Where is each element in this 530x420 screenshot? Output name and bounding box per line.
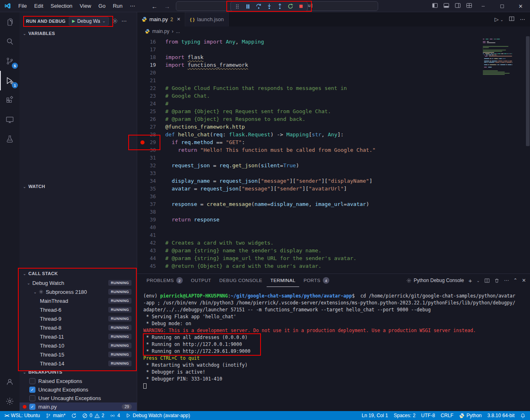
- code-line-34[interactable]: 34 display_name = request_json["message"…: [137, 177, 530, 185]
- gutter-line-17[interactable]: 17: [137, 46, 165, 53]
- breakpoint-checkbox[interactable]: [29, 395, 35, 401]
- step-out-icon[interactable]: [276, 3, 283, 10]
- minimap[interactable]: [483, 39, 514, 75]
- code-line-18[interactable]: 18import flask: [137, 53, 530, 61]
- sidebar-item-testing[interactable]: [0, 129, 20, 149]
- status-interpreter[interactable]: 3.8.10 64-bit: [484, 411, 517, 420]
- breakpoint-item-user-uncaught-exceptions[interactable]: User Uncaught Exceptions: [20, 394, 137, 402]
- gutter-line-30[interactable]: 30: [137, 146, 165, 154]
- gutter-line-39[interactable]: 39: [137, 216, 165, 223]
- tab-main-py[interactable]: main.py 2 ✕: [137, 12, 185, 26]
- breakpoint-checkbox[interactable]: ✓: [29, 404, 35, 410]
- panel-tab-debug-console[interactable]: DEBUG CONSOLE: [216, 274, 266, 287]
- gutter-line-24[interactable]: 24: [137, 100, 165, 107]
- customize-layout-icon[interactable]: [466, 2, 472, 10]
- code-line-43[interactable]: 43# @param {string} name the sender's di…: [137, 247, 530, 254]
- gutter-line-31[interactable]: 31: [137, 154, 165, 162]
- call-stack-item-thread-10[interactable]: Thread-10RUNNING: [20, 341, 137, 350]
- code-line-25[interactable]: 25# @param {Object} req Request sent fro…: [137, 107, 530, 115]
- breadcrumb-file[interactable]: main.py: [152, 28, 169, 34]
- gutter-line-25[interactable]: 25: [137, 107, 165, 115]
- gutter-line-43[interactable]: 43: [137, 247, 165, 254]
- editor-scrollbar[interactable]: [525, 36, 530, 273]
- menu-go[interactable]: Go: [95, 0, 109, 12]
- gutter-line-36[interactable]: 36: [137, 192, 165, 200]
- gutter-line-28[interactable]: 28: [137, 131, 165, 138]
- gutter-line-23[interactable]: 23: [137, 92, 165, 100]
- panel-tab-ports[interactable]: PORTS4: [300, 274, 333, 287]
- code-line-41[interactable]: 41: [137, 231, 530, 239]
- toggle-secondary-sidebar-icon[interactable]: [455, 2, 461, 10]
- editor-more-actions-icon[interactable]: ⋯: [520, 16, 525, 22]
- gutter-line-40[interactable]: 40: [137, 223, 165, 231]
- menu-view[interactable]: View: [76, 0, 95, 12]
- terminal-output[interactable]: (env) pierrick@LAPTOP-HKU5PNNG:~/git/goo…: [143, 293, 528, 409]
- close-window-icon[interactable]: ✕: [511, 0, 530, 12]
- menu-run[interactable]: Run: [109, 0, 126, 12]
- maximize-panel-icon[interactable]: ⌃: [513, 278, 517, 283]
- status-git-branch[interactable]: main*: [43, 411, 68, 420]
- breakpoint-dot[interactable]: [140, 140, 145, 144]
- breakpoint-checkbox[interactable]: ✓: [29, 387, 35, 393]
- sidebar-more-actions-icon[interactable]: ⋯: [121, 18, 127, 24]
- back-arrow-icon[interactable]: ←: [151, 3, 158, 10]
- code-line-16[interactable]: 16from typing import Any, Mapping: [137, 38, 530, 46]
- status-debug-session[interactable]: Debug Watch (avatar-app): [123, 411, 193, 420]
- gutter-line-29[interactable]: 29: [137, 138, 165, 146]
- gutter-line-38[interactable]: 38: [137, 208, 165, 216]
- gutter-line-20[interactable]: 20: [137, 69, 165, 77]
- code-editor[interactable]: 16from typing import Any, Mapping1718imp…: [137, 36, 530, 273]
- gutter-line-33[interactable]: 33: [137, 169, 165, 177]
- call-stack-item-thread-14[interactable]: Thread-14RUNNING: [20, 359, 137, 368]
- breadcrumb[interactable]: main.py › ...: [137, 26, 530, 36]
- section-watch[interactable]: ⌄WATCH: [20, 182, 137, 190]
- tab-launch-json[interactable]: { } launch.json: [185, 12, 228, 26]
- status-problems[interactable]: 02: [79, 411, 107, 420]
- stop-icon[interactable]: [298, 3, 304, 10]
- pause-icon[interactable]: [245, 3, 251, 10]
- status-language-mode[interactable]: Python: [456, 411, 484, 420]
- menu-file[interactable]: File: [15, 0, 31, 12]
- gutter-line-22[interactable]: 22: [137, 84, 165, 92]
- code-line-27[interactable]: 27@functions_framework.http: [137, 123, 530, 131]
- breakpoint-item-main-py[interactable]: ✓main.py29: [20, 402, 137, 411]
- call-stack-item-mainthread[interactable]: MainThreadRUNNING: [20, 296, 137, 305]
- toggle-panel-icon[interactable]: [443, 2, 449, 10]
- code-line-42[interactable]: 42# Creates a card with two widgets.: [137, 239, 530, 247]
- code-line-39[interactable]: 39 return response: [137, 216, 530, 223]
- kill-terminal-icon[interactable]: [494, 278, 499, 283]
- split-terminal-icon[interactable]: [484, 278, 490, 283]
- code-line-23[interactable]: 23# Google Chat.: [137, 92, 530, 100]
- code-line-40[interactable]: 40: [137, 223, 530, 231]
- sidebar-item-explorer[interactable]: [0, 12, 20, 32]
- gutter-line-18[interactable]: 18: [137, 53, 165, 61]
- gutter-line-19[interactable]: 19: [137, 61, 165, 69]
- panel-more-actions-icon[interactable]: ⋯: [504, 278, 509, 283]
- call-stack-item-thread-6[interactable]: Thread-6RUNNING: [20, 305, 137, 314]
- split-editor-icon[interactable]: [509, 16, 515, 23]
- code-line-32[interactable]: 32 request_json = req.get_json(silent=Tr…: [137, 162, 530, 169]
- call-stack-item-subprocess-2180[interactable]: ⌄Subprocess 2180RUNNING: [20, 287, 137, 296]
- status-sync[interactable]: [68, 411, 79, 420]
- breakpoint-checkbox[interactable]: [29, 378, 35, 384]
- sidebar-item-search[interactable]: [0, 32, 20, 51]
- gutter-line-16[interactable]: 16: [137, 38, 165, 46]
- gutter-line-45[interactable]: 45: [137, 262, 165, 270]
- call-stack-item-debug-watch[interactable]: ⌄Debug WatchRUNNING: [20, 278, 137, 287]
- code-line-22[interactable]: 22# Google Cloud Function that responds …: [137, 84, 530, 92]
- status-eol[interactable]: CRLF: [438, 411, 456, 420]
- sidebar-item-source-control[interactable]: 5: [0, 51, 20, 71]
- panel-tab-output[interactable]: OUTPUT: [187, 274, 215, 287]
- run-python-file-icon[interactable]: ▷ ⌄: [495, 16, 504, 22]
- restart-icon[interactable]: [287, 3, 293, 10]
- breakpoint-item-uncaught-exceptions[interactable]: ✓Uncaught Exceptions: [20, 385, 137, 394]
- section-variables[interactable]: ⌄VARIABLES: [20, 29, 137, 37]
- drag-grip-icon[interactable]: [234, 3, 241, 10]
- toggle-sidebar-icon[interactable]: [432, 2, 438, 10]
- gutter-line-26[interactable]: 26: [137, 115, 165, 123]
- status-forwarded-ports[interactable]: 4: [107, 411, 123, 420]
- code-line-38[interactable]: 38: [137, 208, 530, 216]
- scrollbar-thumb[interactable]: [526, 36, 530, 146]
- forward-arrow-icon[interactable]: →: [164, 3, 170, 10]
- gutter-line-41[interactable]: 41: [137, 231, 165, 239]
